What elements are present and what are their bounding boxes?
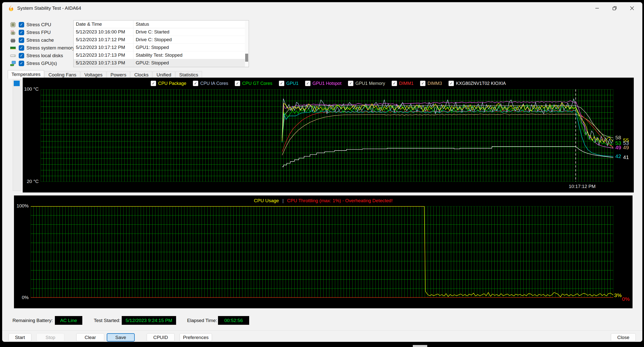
memory-icon xyxy=(10,45,16,51)
legend-checkbox[interactable]: ✓ xyxy=(235,81,240,86)
title-bar[interactable]: System Stability Test - AIDA64 xyxy=(2,2,642,14)
legend-checkbox[interactable]: ✓ xyxy=(305,81,310,86)
status-value-box: AC Line xyxy=(55,316,82,325)
series-cpu-usage xyxy=(31,206,613,297)
legend-label: KXG80ZNV1T02 KIOXIA xyxy=(456,81,506,86)
cpuid-button[interactable]: CPUID xyxy=(147,333,174,341)
log-cell-status: GPU2: Stopped xyxy=(134,59,249,67)
log-scrollbar-thumb[interactable] xyxy=(245,54,248,62)
series-gpu1 xyxy=(282,110,613,157)
stress-option-label: Stress local disks xyxy=(26,53,63,58)
clear-button[interactable]: Clear xyxy=(76,333,104,341)
chart-vertical-scrollbar[interactable] xyxy=(13,80,21,191)
series-kxg80znv1t02-kioxia xyxy=(282,147,613,167)
cpu-icon xyxy=(10,22,16,28)
preferences-button[interactable]: Preferences xyxy=(180,333,212,341)
x-axis-time-label: 10:17:12 PM xyxy=(554,184,611,189)
legend-item: ✓GPU1 xyxy=(279,81,298,86)
legend-checkbox[interactable]: ✓ xyxy=(348,81,354,86)
event-log-list[interactable]: Date & Time Status 5/12/2023 10:16:00 PM… xyxy=(73,20,249,67)
legend-label: | xyxy=(282,198,284,203)
series-dimm1 xyxy=(282,110,613,152)
start-button[interactable]: Start xyxy=(8,333,32,341)
app-window: System Stability Test - AIDA64 ✓Stress C… xyxy=(2,2,642,342)
log-column-date[interactable]: Date & Time xyxy=(74,21,134,28)
chart-scrollbar-thumb[interactable] xyxy=(14,81,20,86)
close-window-button[interactable] xyxy=(623,3,641,14)
legend-label: DIMM3 xyxy=(428,81,442,86)
legend-checkbox[interactable]: ✓ xyxy=(193,81,198,86)
usage-chart-panel: CPU Usage|CPU Throttling (max: 1%) - Ove… xyxy=(14,195,632,308)
footer-separator xyxy=(2,330,642,330)
cpu-usage-graph xyxy=(31,206,613,298)
legend-label: DIMM1 xyxy=(399,81,414,86)
stress-option-label: Stress cache xyxy=(26,38,54,43)
stress-checkbox[interactable]: ✓ xyxy=(19,53,24,58)
tab-temperatures[interactable]: Temperatures xyxy=(8,70,44,79)
stress-checkbox[interactable]: ✓ xyxy=(19,30,24,35)
stress-checkbox[interactable]: ✓ xyxy=(19,38,24,43)
legend-item: ✓DIMM3 xyxy=(420,81,442,86)
log-cell-status: Drive C: Stopped xyxy=(134,36,249,44)
log-row[interactable]: 5/12/2023 10:17:13 PMGPU2: Stopped xyxy=(74,59,249,67)
stress-option-row: ✓Stress CPU xyxy=(10,21,74,29)
y-axis-max-label: 100 °C xyxy=(23,86,39,92)
stress-option-label: Stress CPU xyxy=(26,22,51,28)
cache-icon xyxy=(10,37,16,44)
series-current-value: 49 xyxy=(615,145,621,150)
legend-item: ✓CPU IA Cores xyxy=(193,81,228,86)
series-current-value: 0% xyxy=(622,296,630,302)
legend-label: GPU1 Memory xyxy=(356,81,385,86)
legend-label: GPU1 Hotspot xyxy=(312,81,342,86)
minimize-button[interactable] xyxy=(588,3,606,14)
stress-option-label: Stress FPU xyxy=(26,30,51,35)
stop-button: Stop xyxy=(36,333,64,341)
stress-checkbox[interactable]: ✓ xyxy=(19,45,24,51)
stress-option-row: ✓Stress local disks xyxy=(10,52,74,59)
save-button[interactable]: Save xyxy=(107,333,135,341)
legend-item: ✓CPU GT Cores xyxy=(235,81,272,86)
legend-item: CPU Usage xyxy=(254,198,279,203)
series-current-value: 3% xyxy=(614,292,622,298)
legend-label: CPU Throttling (max: 1%) - Overheating D… xyxy=(287,198,392,203)
log-row[interactable]: 5/12/2023 10:17:12 PMGPU1: Stopped xyxy=(74,44,249,52)
series-dimm3 xyxy=(282,114,613,155)
legend-checkbox[interactable]: ✓ xyxy=(420,81,426,86)
log-cell-date: 5/12/2023 10:17:12 PM xyxy=(74,36,134,44)
log-cell-date: 5/12/2023 10:16:00 PM xyxy=(74,28,134,36)
log-cell-date: 5/12/2023 10:17:13 PM xyxy=(74,59,134,67)
status-value-box: 00:52:56 xyxy=(218,316,249,325)
stress-checkbox[interactable]: ✓ xyxy=(19,22,24,28)
legend-checkbox[interactable]: ✓ xyxy=(392,81,397,86)
log-cell-date: 5/12/2023 10:17:12 PM xyxy=(74,44,134,51)
log-cell-status: Drive C: Started xyxy=(134,28,249,36)
legend-checkbox[interactable]: ✓ xyxy=(151,81,156,86)
legend-label: CPU Usage xyxy=(254,198,279,203)
legend-item: | xyxy=(282,198,284,203)
legend-label: GPU1 xyxy=(286,81,298,86)
log-column-status[interactable]: Status xyxy=(134,21,249,28)
legend-label: CPU GT Cores xyxy=(242,81,272,86)
chart-legend: CPU Usage|CPU Throttling (max: 1%) - Ove… xyxy=(14,198,632,203)
chart-legend: ✓CPU Package✓CPU IA Cores✓CPU GT Cores✓G… xyxy=(23,81,634,86)
stress-option-label: Stress system memory xyxy=(26,45,74,51)
legend-label: CPU IA Cores xyxy=(200,81,228,86)
log-row[interactable]: 5/12/2023 10:16:00 PMDrive C: Started xyxy=(74,28,249,36)
y-axis-min-label: 20 °C xyxy=(23,179,39,184)
log-scrollbar[interactable] xyxy=(245,21,248,67)
taskbar-sliver xyxy=(413,345,427,347)
temperature-chart-panel: ✓CPU Package✓CPU IA Cores✓CPU GT Cores✓G… xyxy=(23,78,634,192)
stress-option-row: 123✓Stress FPU xyxy=(10,29,74,36)
log-row[interactable]: 5/12/2023 10:17:12 PMDrive C: Stopped xyxy=(74,36,249,44)
stress-checkbox[interactable]: ✓ xyxy=(19,61,24,66)
legend-item: ✓GPU1 Hotspot xyxy=(305,81,342,86)
log-row[interactable]: 5/12/2023 10:17:13 PMStability Test: Sto… xyxy=(74,52,249,59)
series-current-value: 42 xyxy=(615,154,621,159)
y-axis-min-label: 0% xyxy=(14,295,29,300)
close-button[interactable]: Close xyxy=(611,333,636,341)
legend-checkbox[interactable]: ✓ xyxy=(448,81,454,86)
legend-label: CPU Package xyxy=(158,81,186,86)
restore-button[interactable] xyxy=(606,3,623,14)
status-value-box: 5/12/2023 9:24:15 PM xyxy=(122,316,176,325)
legend-checkbox[interactable]: ✓ xyxy=(279,81,284,86)
